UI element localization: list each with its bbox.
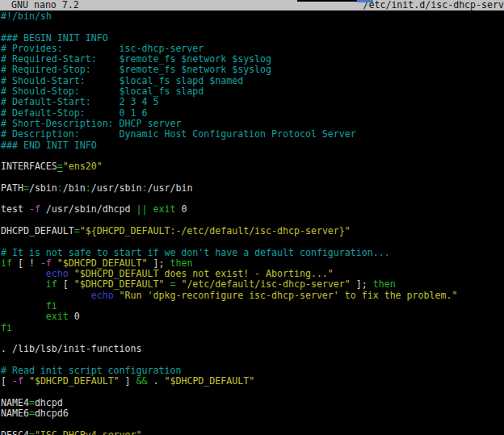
code-line[interactable]: # Provides: isc-dhcp-server: [1, 44, 504, 54]
code-segment: "/etc/default/isc-dhcp-server": [181, 278, 350, 290]
code-segment: exit: [153, 203, 176, 215]
code-segment: # Provides: isc-dhcp-server: [1, 43, 204, 54]
code-segment: [1, 278, 46, 290]
code-segment: /bin: [63, 182, 86, 194]
code-segment: fi: [1, 322, 12, 333]
code-line[interactable]: if [ ! -f "$DHCPD_DEFAULT" ]; then: [1, 258, 504, 269]
code-segment: # Default-Start: 2 3 4 5: [1, 96, 158, 107]
code-segment: "${DHCPD_DEFAULT:-/etc/default/isc-dhcp-…: [80, 225, 351, 236]
code-segment: 0: [69, 311, 80, 322]
code-segment: :: [142, 182, 148, 194]
code-line[interactable]: exit 0: [1, 312, 504, 322]
code-segment: "Run 'dpkg-reconfigure isc-dhcp-server' …: [120, 290, 458, 301]
code-line[interactable]: echo "Run 'dpkg-reconfigure isc-dhcp-ser…: [1, 291, 504, 301]
code-line[interactable]: if [ "$DHCPD_DEFAULT" = "/etc/default/is…: [1, 279, 504, 290]
code-line[interactable]: ### END INIT INFO: [1, 140, 504, 151]
code-line[interactable]: PATH=/sbin:/bin:/usr/sbin:/usr/bin: [1, 183, 504, 194]
code-line[interactable]: INTERFACES="ens20": [1, 161, 504, 172]
code-segment: # Default-Stop: 0 1 6: [1, 107, 147, 119]
code-segment: [52, 257, 57, 269]
code-segment: ]: [120, 375, 136, 387]
code-line[interactable]: NAME4=dhcpd: [1, 398, 504, 408]
code-segment: [ !: [12, 257, 40, 269]
code-line[interactable]: # Required-Start: $remote_fs $network $s…: [1, 54, 504, 65]
code-segment: [23, 375, 29, 387]
code-segment: then: [170, 257, 192, 269]
code-line[interactable]: ### BEGIN INIT INFO: [1, 33, 504, 44]
code-segment: echo: [91, 290, 114, 301]
code-line[interactable]: fi: [1, 301, 504, 312]
code-segment: [114, 290, 120, 301]
code-segment: /usr/sbin: [91, 182, 142, 194]
code-segment: ||: [136, 203, 148, 215]
nano-app-version: GNU nano 7.2: [11, 0, 79, 10]
nano-titlebar: GNU nano 7.2 /etc/init.d/isc-dhcp-serv: [0, 0, 504, 10]
code-segment: fi: [46, 300, 57, 312]
code-line[interactable]: # Required-Stop: $remote_fs $network $sy…: [1, 65, 504, 75]
editor[interactable]: #!/bin/sh### BEGIN INIT INFO# Provides: …: [0, 11, 504, 435]
code-segment: [148, 203, 153, 215]
terminal-window: GNU nano 7.2 /etc/init.d/isc-dhcp-serv #…: [0, 0, 504, 435]
code-segment: # Short-Description: DHCP server: [1, 118, 181, 129]
code-line[interactable]: # Default-Stop: 0 1 6: [1, 108, 504, 119]
code-segment: =: [74, 225, 80, 236]
code-segment: =: [23, 182, 29, 194]
code-line[interactable]: # Short-Description: DHCP server: [1, 119, 504, 129]
text-cursor: =: [57, 161, 63, 172]
code-segment: if: [1, 257, 12, 269]
code-segment: 0: [175, 203, 187, 215]
code-segment: NAME6: [1, 408, 29, 419]
code-segment: [1, 290, 91, 301]
code-segment: :: [57, 182, 63, 194]
code-line[interactable]: [1, 151, 504, 161]
code-line[interactable]: [ -f "$DHCPD_DEFAULT" ] && . "$DHCPD_DEF…: [1, 376, 504, 387]
code-segment: dhcpd6: [35, 408, 69, 419]
code-line[interactable]: NAME6=dhcpd6: [1, 408, 504, 419]
code-line[interactable]: DHCPD_DEFAULT="${DHCPD_DEFAULT:-/etc/def…: [1, 226, 504, 236]
code-line[interactable]: [1, 22, 504, 32]
code-line[interactable]: [1, 194, 504, 204]
code-line[interactable]: # It is not safe to start if we don't ha…: [1, 248, 504, 258]
code-line[interactable]: # Default-Start: 2 3 4 5: [1, 97, 504, 107]
code-line[interactable]: #!/bin/sh: [1, 11, 504, 22]
code-line[interactable]: . /lib/lsb/init-functions: [1, 344, 504, 354]
code-segment: # Required-Stop: $remote_fs $network $sy…: [1, 64, 271, 75]
code-line[interactable]: [1, 333, 504, 344]
code-line[interactable]: echo "$DHCPD_DEFAULT does not exist! - A…: [1, 269, 504, 279]
code-segment: /usr/bin: [148, 182, 193, 194]
code-line[interactable]: [1, 172, 504, 182]
code-segment: [: [1, 375, 12, 387]
code-segment: DESC4: [1, 429, 29, 435]
code-line[interactable]: # Description: Dynamic Host Configuratio…: [1, 129, 504, 140]
code-line[interactable]: # Should-Stop: $local_fs slapd: [1, 86, 504, 97]
code-line[interactable]: test -f /usr/sbin/dhcpd || exit 0: [1, 204, 504, 215]
code-segment: NAME4: [1, 397, 29, 408]
code-segment: [1, 268, 46, 279]
code-line[interactable]: [1, 236, 504, 247]
code-segment: "$DHCPD_DEFAULT": [74, 278, 165, 290]
code-segment: then: [373, 278, 396, 290]
code-segment: echo: [46, 268, 69, 279]
code-segment: . /lib/lsb/init-functions: [1, 343, 142, 354]
code-segment: -f: [40, 257, 52, 269]
code-line[interactable]: # Read init script configuration: [1, 366, 504, 376]
code-segment: [1, 311, 46, 322]
code-line[interactable]: # Should-Start: $local_fs slapd $named: [1, 76, 504, 86]
code-segment: =: [29, 408, 35, 419]
code-line[interactable]: fi: [1, 323, 504, 333]
code-segment: INTERFACES: [1, 161, 57, 172]
code-segment: "$DHCPD_DEFAULT": [57, 257, 148, 269]
code-line[interactable]: DESC4="ISC DHCPv4 server": [1, 430, 504, 435]
code-segment: "$DHCPD_DEFAULT does not exist! - Aborti…: [74, 268, 334, 279]
code-line[interactable]: [1, 387, 504, 397]
code-segment: "ISC DHCPv4 server": [35, 429, 142, 435]
code-segment: [1, 300, 46, 312]
code-line[interactable]: [1, 419, 504, 429]
code-segment: if: [46, 278, 57, 290]
code-segment: "$DHCPD_DEFAULT": [164, 375, 254, 387]
code-segment: ### BEGIN INIT INFO: [1, 32, 108, 44]
titlebar-gap-artifact: [297, 0, 357, 2]
code-line[interactable]: [1, 355, 504, 366]
code-line[interactable]: [1, 215, 504, 226]
code-segment: -f: [29, 203, 40, 215]
